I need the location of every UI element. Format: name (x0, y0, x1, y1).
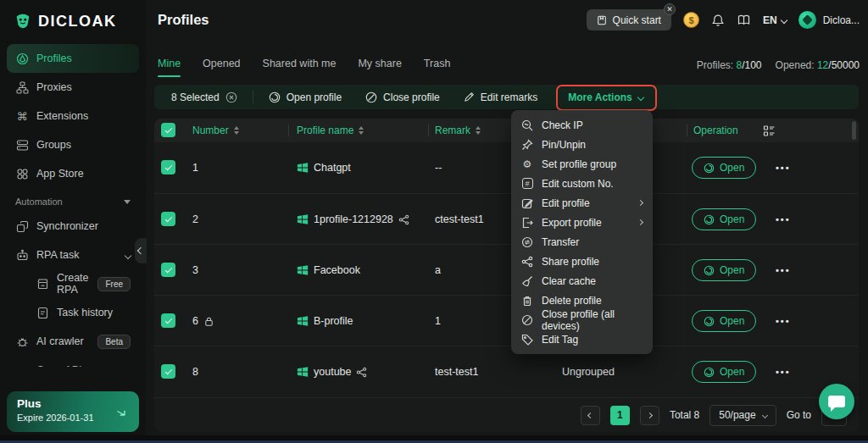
profiles-limit: /100 (742, 59, 761, 71)
sidebar-item-create-rpa[interactable]: Create RPA Free (7, 269, 139, 298)
menu-item-pin-unpin[interactable]: Pin/Unpin (511, 135, 653, 154)
sidebar-item-rpa-task[interactable]: RPA task (7, 241, 139, 269)
menu-item-clear-cache[interactable]: Clear cache (511, 271, 653, 291)
menu-item-close-profile-all-devices[interactable]: Close profile (all devices) (511, 310, 653, 329)
sidebar-item-profiles[interactable]: Profiles (7, 44, 139, 73)
open-button[interactable]: Open (692, 208, 756, 230)
row-more-icon[interactable]: ••• (776, 163, 791, 173)
sidebar-item-ai-crawler[interactable]: AI crawler Beta (7, 327, 139, 356)
select-all-checkbox[interactable] (161, 123, 175, 137)
tab-opened[interactable]: Opened (203, 58, 240, 77)
sidebar-item-open-api[interactable]: Open API (7, 356, 139, 367)
divider (253, 91, 253, 103)
total-count: Total 8 (670, 409, 699, 421)
table-row[interactable]: 2 1profile-1212928 ctest-test1 Open ••• (154, 193, 859, 244)
tab-shared-with-me[interactable]: Shared with me (263, 58, 337, 77)
close-profile-button[interactable]: Close profile (365, 91, 440, 103)
sort-icon[interactable] (359, 126, 364, 135)
menu-item-label: Transfer (542, 236, 579, 248)
table-row[interactable]: 6 B-profile 1 Open ••• (154, 295, 859, 346)
current-page[interactable]: 1 (610, 406, 630, 425)
sidebar-item-task-history[interactable]: Task history (7, 298, 139, 327)
menu-item-export-profile[interactable]: Export profile (511, 213, 653, 232)
close-icon[interactable]: ✕ (664, 3, 676, 15)
sidebar-item-synchronizer[interactable]: Synchronizer (7, 212, 139, 241)
quick-start-label: Quick start (613, 14, 661, 26)
row-checkbox[interactable] (161, 263, 175, 277)
sidebar-section-automation[interactable]: Automation (7, 188, 139, 212)
remark: 1 (435, 315, 441, 327)
next-page-button[interactable] (640, 406, 659, 425)
topbar-actions: Quick start ✕ $ EN Dicloa... (587, 9, 860, 30)
profile-name: Chatgpt (314, 162, 351, 174)
notification-bell-icon[interactable] (711, 14, 725, 27)
edit-remarks-button[interactable]: Edit remarks (464, 91, 537, 103)
pin-icon (521, 139, 533, 151)
row-more-icon[interactable]: ••• (776, 214, 791, 224)
open-button[interactable]: Open (692, 310, 756, 332)
brand-logo[interactable]: DICLOAK (0, 0, 146, 39)
open-button[interactable]: Open (692, 157, 756, 179)
menu-item-edit-custom-no[interactable]: # Edit custom No. (511, 174, 653, 193)
tab-mine[interactable]: Mine (158, 58, 181, 77)
sort-icon[interactable] (234, 126, 239, 135)
page-size-select[interactable]: 50/page (709, 405, 776, 426)
lock-icon (203, 316, 214, 327)
page-title: Profiles (158, 12, 209, 28)
column-header-number[interactable]: Number (192, 119, 239, 142)
coin-icon[interactable]: $ (683, 12, 699, 28)
more-actions-button[interactable]: More Actions (568, 91, 643, 103)
sidebar-item-app-store[interactable]: App Store (7, 159, 139, 188)
user-avatar[interactable] (798, 11, 816, 29)
menu-item-set-profile-group[interactable]: ⚙ Set profile group (511, 154, 653, 174)
sidebar-collapse-handle[interactable] (135, 238, 147, 263)
docs-book-icon[interactable] (737, 14, 751, 26)
quick-start-button[interactable]: Quick start ✕ (587, 9, 671, 30)
goto-label: Go to (787, 409, 811, 421)
username[interactable]: Dicloa... (823, 14, 860, 26)
row-checkbox[interactable] (161, 160, 175, 174)
row-checkbox[interactable] (161, 212, 175, 226)
row-checkbox[interactable] (161, 313, 175, 328)
tab-trash[interactable]: Trash (424, 58, 451, 77)
table-row[interactable]: 3 Facebook a Open ••• (154, 244, 859, 295)
menu-item-transfer[interactable]: Transfer (511, 232, 653, 252)
row-checkbox[interactable] (161, 364, 175, 379)
sidebar-item-label: AI crawler (36, 335, 84, 347)
row-more-icon[interactable]: ••• (776, 367, 791, 377)
sidebar-item-groups[interactable]: Groups (7, 130, 139, 159)
row-more-icon[interactable]: ••• (776, 316, 791, 326)
opened-limit: /50000 (828, 59, 860, 71)
support-chat-button[interactable] (819, 384, 854, 419)
profile-name: Facebook (314, 264, 360, 276)
edit-remarks-label: Edit remarks (481, 91, 537, 103)
clear-selection-icon[interactable] (225, 91, 237, 103)
chevron-down-icon (780, 16, 787, 23)
collapse-caret-icon (124, 200, 131, 204)
open-profile-button[interactable]: Open profile (269, 91, 342, 103)
menu-item-edit-profile[interactable]: Edit profile (511, 193, 653, 213)
column-header-remark[interactable]: Remark (435, 119, 481, 142)
menu-item-label: Edit custom No. (542, 178, 614, 190)
column-header-profile-name[interactable]: Profile name (297, 119, 364, 142)
table-row[interactable]: 1 Chatgpt -- Open ••• (154, 142, 859, 193)
scrollbar-thumb[interactable] (852, 121, 856, 140)
sidebar-item-extensions[interactable]: ⌘ Extensions (7, 102, 139, 130)
column-settings-icon[interactable] (763, 119, 776, 142)
tab-my-share[interactable]: My share (358, 58, 401, 77)
menu-item-check-ip[interactable]: Check IP (511, 115, 653, 135)
open-button[interactable]: Open (692, 259, 756, 281)
sort-icon[interactable] (476, 126, 481, 135)
table-row[interactable]: 8 youtube test-test1 Ungrouped Open ••• (154, 346, 859, 396)
plan-upgrade-card[interactable]: Plus Expire 2026-01-31 (7, 391, 139, 432)
language-selector[interactable]: EN (763, 14, 787, 26)
extensions-icon: ⌘ (15, 109, 29, 123)
menu-item-edit-tag[interactable]: Edit Tag (511, 329, 653, 349)
sidebar-item-proxies[interactable]: Proxies (7, 73, 139, 102)
menu-item-label: Close profile (all devices) (542, 308, 643, 332)
prev-page-button[interactable] (581, 406, 600, 425)
windows-os-icon (297, 213, 309, 225)
menu-item-share-profile[interactable]: Share profile (511, 252, 653, 271)
open-button[interactable]: Open (692, 361, 756, 383)
row-more-icon[interactable]: ••• (776, 265, 791, 275)
